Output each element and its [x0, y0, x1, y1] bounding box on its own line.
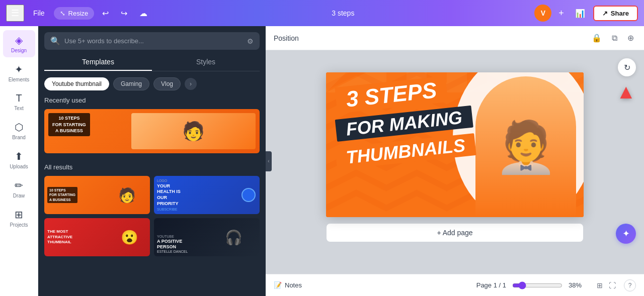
tag-youtube-thumbnail[interactable]: Youtube thumbnail	[44, 77, 109, 90]
add-collaborator-button[interactable]: +	[555, 7, 567, 20]
thumbnail-preview: 🧑‍💼 3 STEPS FOR MAKING THUMBNAILS	[326, 72, 584, 217]
notes-icon: 📝	[274, 281, 282, 289]
search-input[interactable]	[64, 37, 243, 45]
share-icon: ↗	[602, 10, 608, 17]
sidebar-item-brand-label: Brand	[12, 135, 26, 140]
result-thumb-3[interactable]: THE MOSTATTRACTIVETHUMBNAIL 😮	[44, 218, 150, 256]
sidebar-item-draw[interactable]: ✏ Draw	[3, 175, 35, 203]
topbar-right: V + 📊 ↗ Share	[534, 5, 638, 22]
sidebar-item-projects-label: Projects	[10, 222, 28, 228]
tag-pills: Youtube thumbnail Gaming Vlog ›	[38, 77, 266, 96]
recently-used-thumb[interactable]: 10 STEPSFOR STARTINGA BUSINESS 🧑	[44, 109, 260, 153]
canvas-toolbar: Position 🔒 ⧉ ⊕	[266, 26, 644, 50]
tabs: Templates Styles	[44, 54, 260, 71]
sidebar-item-text[interactable]: T Text	[3, 88, 35, 115]
thumbnail-text-overlay: 3 STEPS FOR MAKING THUMBNAILS	[336, 87, 476, 170]
add-page-button[interactable]: + Add page	[326, 223, 584, 242]
sidebar-item-brand[interactable]: ⬡ Brand	[3, 117, 35, 144]
result-thumb-2[interactable]: LOGO YOURHEALTH ISOURPRIORITY SUBSCRIBE	[154, 176, 260, 214]
sidebar-icons: ◈ Design ✦ Elements T Text ⬡ Brand ⬆ Upl…	[0, 26, 38, 296]
redo-button[interactable]: ↪	[117, 7, 131, 20]
sidebar-item-uploads-label: Uploads	[10, 164, 28, 169]
sidebar-item-projects[interactable]: ⊞ Projects	[3, 205, 35, 232]
grid-view-button[interactable]: ⊞	[595, 279, 605, 291]
sidebar-item-draw-label: Draw	[13, 193, 25, 199]
recently-thumb-inner: 10 STEPSFOR STARTINGA BUSINESS 🧑	[44, 109, 260, 153]
sidebar-item-design[interactable]: ◈ Design	[3, 30, 35, 57]
notes-button[interactable]: 📝 Notes	[274, 281, 302, 289]
red-arrow-indicator: ▲	[616, 80, 636, 103]
undo-button[interactable]: ↩	[98, 7, 113, 20]
text-icon: T	[16, 92, 22, 104]
zoom-percentage: 38%	[569, 281, 589, 289]
draw-icon: ✏	[15, 179, 23, 191]
tab-styles[interactable]: Styles	[152, 54, 260, 71]
tab-templates[interactable]: Templates	[44, 54, 152, 71]
resize-icon: ⤡	[60, 10, 65, 17]
search-bar: 🔍 ⚙	[44, 32, 260, 50]
ai-magic-button[interactable]: ✦	[616, 224, 636, 244]
filter-button[interactable]: ⚙	[247, 37, 254, 45]
elements-icon: ✦	[15, 63, 23, 75]
tag-arrow-button[interactable]: ›	[185, 78, 197, 90]
all-results-grid: 10 STEPSFOR STARTINGA BUSINESS 🧑 LOGO YO…	[44, 176, 260, 256]
zoom-slider[interactable]	[512, 281, 562, 289]
sidebar-item-elements-label: Elements	[9, 77, 30, 82]
fullscreen-button[interactable]: ⛶	[607, 279, 618, 291]
collapse-arrow-icon: ‹	[268, 158, 269, 164]
cloud-save-button[interactable]: ☁	[135, 7, 151, 20]
analytics-button[interactable]: 📊	[571, 7, 589, 20]
sidebar-item-elements[interactable]: ✦ Elements	[3, 59, 35, 86]
panel: 🔍 ⚙ Templates Styles Youtube thumbnail G…	[38, 26, 266, 296]
all-results-title: All results	[44, 163, 260, 171]
uploads-icon: ⬆	[15, 150, 23, 162]
share-button[interactable]: ↗ Share	[593, 6, 638, 21]
refresh-button[interactable]: ↻	[618, 58, 636, 76]
hamburger-button[interactable]: ☰	[6, 5, 24, 22]
collapse-panel-button[interactable]: ‹	[266, 151, 272, 171]
duplicate-button[interactable]: ⧉	[610, 32, 619, 45]
search-icon: 🔍	[50, 36, 60, 46]
sidebar-item-text-label: Text	[14, 106, 23, 111]
topbar: ☰ File ⤡ Resize ↩ ↪ ☁ 3 steps V + 📊 ↗ Sh…	[0, 0, 644, 26]
bottom-bar: 📝 Notes Page 1 / 1 38% ⊞ ⛶ ?	[266, 274, 644, 296]
view-buttons: ⊞ ⛶	[595, 279, 618, 291]
topbar-center: 3 steps	[155, 9, 530, 17]
tag-gaming[interactable]: Gaming	[113, 77, 149, 90]
design-icon: ◈	[15, 34, 23, 46]
panel-content: Recently used 10 STEPSFOR STARTINGA BUSI…	[38, 96, 266, 296]
recently-used-title: Recently used	[44, 96, 260, 104]
add-element-button[interactable]: ⊕	[625, 31, 636, 45]
result-thumb-4[interactable]: YOUTUBE A POSITIVEPERSON ESTELLE DANCEL …	[154, 218, 260, 256]
file-menu-button[interactable]: File	[28, 7, 50, 19]
help-button[interactable]: ?	[624, 279, 636, 291]
canvas-workspace[interactable]: 🧑‍💼 3 STEPS FOR MAKING THUMBNAILS	[266, 50, 644, 274]
sidebar-item-design-label: Design	[11, 48, 27, 53]
avatar[interactable]: V	[534, 5, 551, 22]
thumbnail-person: 🧑‍💼	[468, 72, 584, 217]
tag-vlog[interactable]: Vlog	[153, 77, 181, 90]
result-thumb-1[interactable]: 10 STEPSFOR STARTINGA BUSINESS 🧑	[44, 176, 150, 214]
sidebar-item-uploads[interactable]: ⬆ Uploads	[3, 146, 35, 173]
page-indicator: Page 1 / 1	[476, 281, 506, 289]
recently-used-section: Recently used 10 STEPSFOR STARTINGA BUSI…	[44, 96, 260, 153]
projects-icon: ⊞	[15, 209, 23, 221]
result-badge-1: 10 STEPSFOR STARTINGA BUSINESS	[47, 187, 77, 203]
steps-label: 3 steps	[332, 9, 354, 17]
position-label: Position	[274, 34, 299, 42]
brand-icon: ⬡	[15, 121, 23, 133]
resize-button[interactable]: ⤡ Resize	[54, 7, 95, 20]
result-blue-circle	[242, 188, 256, 202]
canvas-area: Position 🔒 ⧉ ⊕	[266, 26, 644, 296]
all-results-section: All results 10 STEPSFOR STARTINGA BUSINE…	[44, 163, 260, 256]
main-layout: ◈ Design ✦ Elements T Text ⬡ Brand ⬆ Upl…	[0, 26, 644, 296]
lock-button[interactable]: 🔒	[590, 31, 604, 45]
